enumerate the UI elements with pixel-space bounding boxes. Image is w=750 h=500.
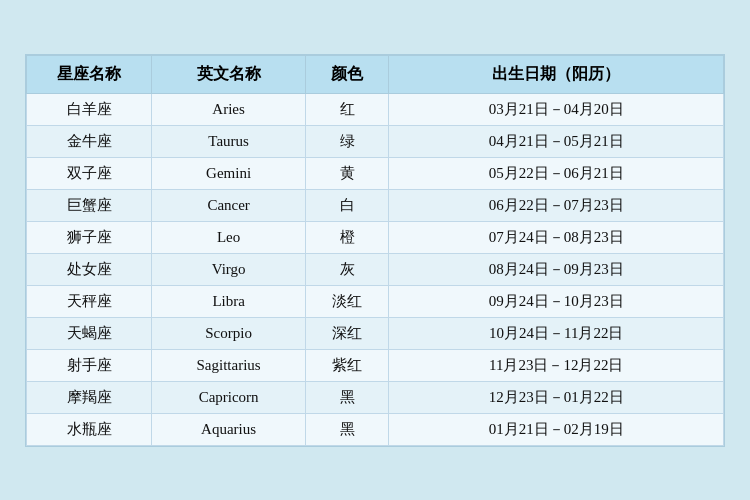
cell-zh: 金牛座 xyxy=(27,125,152,157)
cell-date: 01月21日－02月19日 xyxy=(389,413,724,445)
cell-zh: 白羊座 xyxy=(27,93,152,125)
cell-en: Gemini xyxy=(152,157,305,189)
cell-en: Sagittarius xyxy=(152,349,305,381)
cell-zh: 处女座 xyxy=(27,253,152,285)
header-zh: 星座名称 xyxy=(27,55,152,93)
cell-date: 10月24日－11月22日 xyxy=(389,317,724,349)
cell-zh: 水瓶座 xyxy=(27,413,152,445)
table-row: 金牛座Taurus绿04月21日－05月21日 xyxy=(27,125,724,157)
cell-zh: 巨蟹座 xyxy=(27,189,152,221)
cell-date: 12月23日－01月22日 xyxy=(389,381,724,413)
cell-color: 黑 xyxy=(305,413,389,445)
table-row: 白羊座Aries红03月21日－04月20日 xyxy=(27,93,724,125)
cell-en: Aries xyxy=(152,93,305,125)
cell-zh: 摩羯座 xyxy=(27,381,152,413)
cell-date: 05月22日－06月21日 xyxy=(389,157,724,189)
header-color: 颜色 xyxy=(305,55,389,93)
table-header-row: 星座名称 英文名称 颜色 出生日期（阳历） xyxy=(27,55,724,93)
cell-color: 淡红 xyxy=(305,285,389,317)
cell-en: Aquarius xyxy=(152,413,305,445)
zodiac-table: 星座名称 英文名称 颜色 出生日期（阳历） 白羊座Aries红03月21日－04… xyxy=(26,55,724,446)
cell-color: 黑 xyxy=(305,381,389,413)
table-row: 水瓶座Aquarius黑01月21日－02月19日 xyxy=(27,413,724,445)
table-row: 射手座Sagittarius紫红11月23日－12月22日 xyxy=(27,349,724,381)
table-row: 摩羯座Capricorn黑12月23日－01月22日 xyxy=(27,381,724,413)
cell-color: 绿 xyxy=(305,125,389,157)
cell-en: Leo xyxy=(152,221,305,253)
cell-color: 红 xyxy=(305,93,389,125)
cell-zh: 狮子座 xyxy=(27,221,152,253)
cell-date: 06月22日－07月23日 xyxy=(389,189,724,221)
cell-date: 08月24日－09月23日 xyxy=(389,253,724,285)
cell-en: Capricorn xyxy=(152,381,305,413)
cell-en: Scorpio xyxy=(152,317,305,349)
cell-color: 白 xyxy=(305,189,389,221)
table-row: 处女座Virgo灰08月24日－09月23日 xyxy=(27,253,724,285)
cell-en: Libra xyxy=(152,285,305,317)
header-en: 英文名称 xyxy=(152,55,305,93)
cell-zh: 天秤座 xyxy=(27,285,152,317)
cell-color: 橙 xyxy=(305,221,389,253)
cell-en: Cancer xyxy=(152,189,305,221)
cell-color: 紫红 xyxy=(305,349,389,381)
cell-en: Taurus xyxy=(152,125,305,157)
cell-date: 03月21日－04月20日 xyxy=(389,93,724,125)
header-date: 出生日期（阳历） xyxy=(389,55,724,93)
cell-date: 04月21日－05月21日 xyxy=(389,125,724,157)
table-row: 狮子座Leo橙07月24日－08月23日 xyxy=(27,221,724,253)
cell-zh: 双子座 xyxy=(27,157,152,189)
cell-date: 09月24日－10月23日 xyxy=(389,285,724,317)
zodiac-table-wrapper: 星座名称 英文名称 颜色 出生日期（阳历） 白羊座Aries红03月21日－04… xyxy=(25,54,725,447)
cell-color: 黄 xyxy=(305,157,389,189)
cell-zh: 射手座 xyxy=(27,349,152,381)
cell-date: 11月23日－12月22日 xyxy=(389,349,724,381)
cell-en: Virgo xyxy=(152,253,305,285)
cell-zh: 天蝎座 xyxy=(27,317,152,349)
table-row: 天蝎座Scorpio深红10月24日－11月22日 xyxy=(27,317,724,349)
cell-date: 07月24日－08月23日 xyxy=(389,221,724,253)
table-row: 双子座Gemini黄05月22日－06月21日 xyxy=(27,157,724,189)
cell-color: 灰 xyxy=(305,253,389,285)
cell-color: 深红 xyxy=(305,317,389,349)
table-row: 天秤座Libra淡红09月24日－10月23日 xyxy=(27,285,724,317)
table-row: 巨蟹座Cancer白06月22日－07月23日 xyxy=(27,189,724,221)
